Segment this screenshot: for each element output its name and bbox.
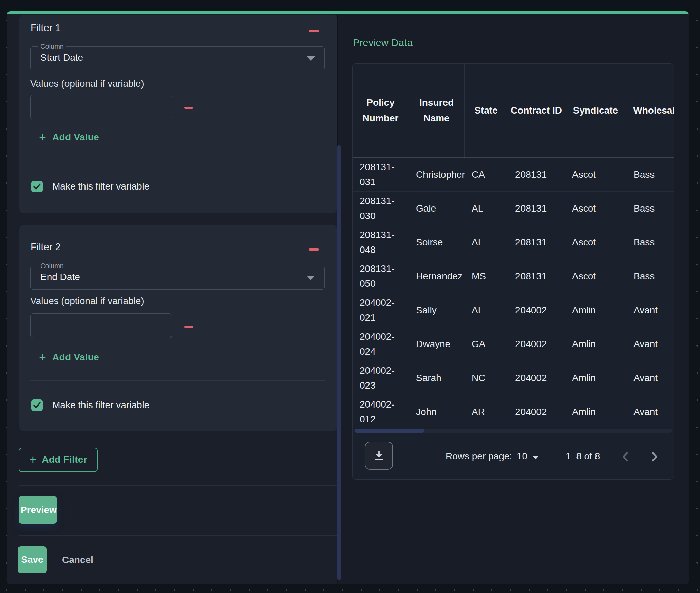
filter-1-variable-checkbox[interactable] bbox=[31, 181, 43, 192]
table-row: 204002-023SarahNC204002AmlinAvant bbox=[353, 361, 674, 395]
table-cell: 208131-031 bbox=[353, 158, 409, 191]
column-header: Insured Name bbox=[409, 64, 465, 157]
table-cell: Soirse bbox=[409, 225, 465, 259]
table-cell: 208131 bbox=[508, 158, 565, 191]
add-value-button[interactable]: + Add Value bbox=[39, 351, 99, 363]
check-icon bbox=[32, 181, 42, 192]
add-filter-button[interactable]: + Add Filter bbox=[19, 448, 98, 472]
variable-checkbox-label: Make this filter variable bbox=[52, 400, 149, 411]
filter-1-value-input[interactable] bbox=[30, 95, 172, 119]
table-row: 204002-021SallyAL204002AmlinAvant bbox=[353, 293, 674, 327]
table-cell: Hernandez bbox=[409, 259, 465, 293]
column-select-label: Column bbox=[38, 43, 66, 51]
add-value-button[interactable]: + Add Value bbox=[39, 131, 99, 143]
card-divider bbox=[30, 163, 325, 163]
table-cell: Avant bbox=[626, 293, 674, 327]
rows-per-page-select[interactable]: 10 bbox=[517, 451, 539, 462]
horizontal-scrollbar-thumb[interactable] bbox=[355, 429, 424, 433]
table-horizontal-scrollbar[interactable] bbox=[354, 429, 672, 433]
table-cell: Bass bbox=[626, 225, 674, 259]
table-cell: John bbox=[409, 395, 465, 429]
table-cell: Ascot bbox=[565, 158, 626, 191]
table-row: 204002-024DwayneGA204002AmlinAvant bbox=[353, 327, 674, 361]
table-cell: AR bbox=[465, 395, 508, 429]
table-cell: 208131-030 bbox=[353, 192, 409, 225]
card-divider bbox=[30, 380, 325, 381]
table-row: 208131-050HernandezMS208131AscotBass bbox=[353, 259, 674, 293]
table-cell: 204002 bbox=[508, 361, 565, 395]
filter-1-title: Filter 1 bbox=[31, 22, 61, 34]
table-row: 208131-030GaleAL208131AscotBass bbox=[353, 192, 674, 225]
table-header-row: Policy NumberInsured NameStateContract I… bbox=[353, 64, 674, 158]
table-cell: Bass bbox=[626, 259, 674, 293]
chevron-down-icon bbox=[307, 56, 315, 61]
table-cell: GA bbox=[465, 327, 508, 361]
column-select-value: Start Date bbox=[40, 52, 83, 63]
chevron-down-icon bbox=[532, 456, 539, 459]
table-cell: Sally bbox=[409, 293, 465, 327]
column-header: Policy Number bbox=[353, 64, 409, 157]
plus-icon: + bbox=[29, 454, 36, 466]
filter-2-column-select[interactable]: Column End Date bbox=[30, 266, 325, 290]
table-cell: Bass bbox=[626, 192, 674, 225]
table-cell: AL bbox=[465, 225, 508, 259]
values-label: Values (optional if variable) bbox=[30, 78, 144, 89]
column-header: Syndicate bbox=[565, 64, 626, 157]
table-cell: Avant bbox=[626, 361, 674, 395]
download-button[interactable] bbox=[365, 442, 393, 470]
table-row: 204002-012JohnAR204002AmlinAvant bbox=[353, 395, 674, 429]
table-cell: Avant bbox=[626, 395, 674, 429]
table-cell: Amlin bbox=[565, 327, 626, 361]
save-button[interactable]: Save bbox=[18, 546, 47, 573]
column-header: State bbox=[465, 64, 508, 157]
table-cell: Avant bbox=[626, 327, 674, 361]
pagination-range-label: 1–8 of 8 bbox=[566, 451, 600, 462]
cancel-button[interactable]: Cancel bbox=[62, 553, 93, 568]
table-cell: 204002-024 bbox=[353, 327, 409, 361]
filter-editor-panel: Filter 1 Column Start Date Values (optio… bbox=[7, 11, 689, 584]
table-cell: 208131 bbox=[508, 259, 565, 293]
table-cell: Gale bbox=[409, 192, 465, 225]
filter-2-value-input[interactable] bbox=[30, 313, 172, 338]
table-body: 208131-031ChristopherCA208131AscotBass20… bbox=[353, 158, 674, 429]
values-label: Values (optional if variable) bbox=[30, 296, 144, 307]
plus-icon: + bbox=[39, 131, 46, 143]
table-cell: Christopher bbox=[409, 158, 465, 191]
table-row: 208131-048SoirseAL208131AscotBass bbox=[353, 225, 674, 259]
table-cell: Sarah bbox=[409, 361, 465, 395]
filter-1-column-select[interactable]: Column Start Date bbox=[30, 46, 325, 70]
table-cell: AL bbox=[465, 293, 508, 327]
rows-per-page-value: 10 bbox=[517, 451, 527, 462]
filter-2-variable-checkbox[interactable] bbox=[31, 399, 43, 411]
table-cell: 204002 bbox=[508, 395, 565, 429]
editor-divider bbox=[19, 485, 337, 486]
table-cell: 204002-012 bbox=[353, 395, 409, 429]
table-cell: CA bbox=[465, 158, 508, 191]
table-cell: Amlin bbox=[565, 293, 626, 327]
column-header: Contract ID bbox=[508, 64, 565, 157]
remove-filter-1-button[interactable] bbox=[309, 25, 320, 34]
table-cell: 204002-023 bbox=[353, 361, 409, 395]
table-cell: Amlin bbox=[565, 361, 626, 395]
table-cell: 208131 bbox=[508, 192, 565, 225]
remove-value-button[interactable] bbox=[184, 102, 194, 110]
remove-filter-2-button[interactable] bbox=[309, 243, 320, 252]
table-cell: AL bbox=[465, 192, 508, 225]
chevron-right-icon bbox=[647, 450, 661, 463]
editor-vertical-scrollbar[interactable] bbox=[337, 145, 341, 580]
filter-card-2: Filter 2 Column End Date Values (optiona… bbox=[19, 225, 337, 431]
table-cell: 204002-021 bbox=[353, 293, 409, 327]
preview-table-card: Policy NumberInsured NameStateContract I… bbox=[352, 63, 674, 480]
remove-value-button[interactable] bbox=[184, 321, 194, 329]
download-icon bbox=[373, 449, 385, 462]
column-select-value: End Date bbox=[40, 272, 80, 282]
table-cell: Amlin bbox=[565, 395, 626, 429]
preview-data-title: Preview Data bbox=[353, 37, 413, 48]
next-page-button[interactable] bbox=[646, 450, 661, 464]
variable-checkbox-label: Make this filter variable bbox=[52, 181, 149, 192]
editor-divider bbox=[19, 535, 337, 536]
previous-page-button[interactable] bbox=[619, 450, 633, 464]
preview-button[interactable]: Preview bbox=[19, 496, 57, 524]
chevron-down-icon bbox=[307, 276, 315, 280]
rows-per-page-label: Rows per page: bbox=[446, 451, 512, 462]
